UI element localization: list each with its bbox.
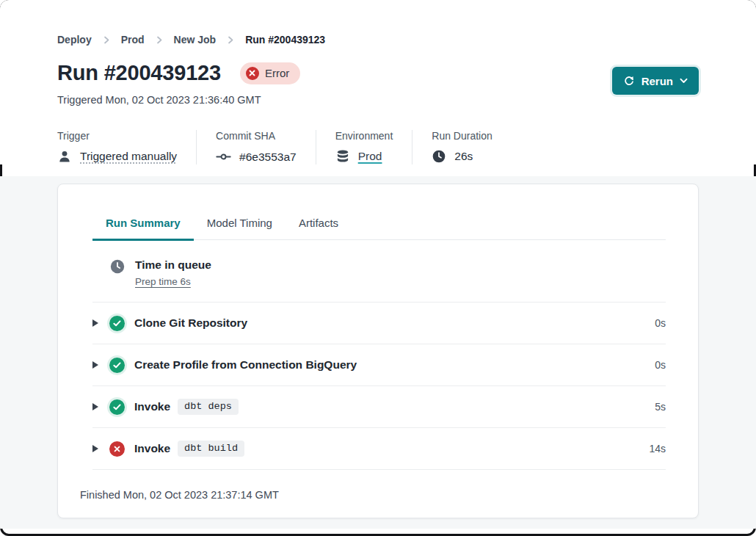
breadcrumb: Deploy Prod New Job Run #200439123: [57, 34, 699, 46]
prep-time-link[interactable]: Prep time 6s: [135, 276, 211, 287]
meta-commit-label: Commit SHA: [216, 130, 297, 142]
step-list: Time in queue Prep time 6s Clone Git Rep…: [92, 240, 666, 470]
time-in-queue-row: Time in queue Prep time 6s: [92, 240, 666, 303]
breadcrumb-prod[interactable]: Prod: [121, 34, 145, 46]
run-summary-card: Run Summary Model Timing Artifacts Time …: [57, 184, 699, 518]
person-icon: [57, 149, 72, 164]
breadcrumb-current-run: Run #200439123: [245, 34, 325, 46]
success-check-icon: [109, 399, 125, 415]
step-duration: 0s: [655, 359, 666, 371]
meta-trigger: Trigger Triggered manually: [57, 130, 197, 164]
status-badge-label: Error: [265, 67, 289, 79]
app-window: Deploy Prod New Job Run #200439123 Run #…: [0, 0, 756, 536]
clock-icon: [432, 149, 446, 164]
tab-model-timing[interactable]: Model Timing: [194, 217, 286, 241]
rerun-button[interactable]: Rerun: [612, 67, 699, 95]
meta-environment-label: Environment: [335, 130, 393, 142]
chevron-right-icon: [156, 36, 163, 44]
refresh-icon: [623, 75, 635, 87]
meta-trigger-label: Trigger: [57, 130, 177, 142]
success-check-icon: [109, 316, 125, 331]
error-x-icon: [109, 441, 125, 457]
meta-environment: Environment Prod: [335, 130, 413, 164]
run-meta-bar: Trigger Triggered manually Commit SHA #6…: [57, 130, 699, 164]
tab-run-summary[interactable]: Run Summary: [92, 217, 194, 241]
caret-right-icon[interactable]: [92, 361, 98, 369]
step-row-dbt-deps[interactable]: Invoke dbt deps 5s: [92, 386, 666, 428]
meta-commit-sha: Commit SHA #6e3553a7: [216, 130, 316, 164]
caret-right-icon[interactable]: [92, 403, 98, 410]
step-duration: 0s: [655, 317, 666, 329]
queue-title: Time in queue: [135, 258, 211, 272]
step-row-clone-git[interactable]: Clone Git Repository 0s: [92, 303, 666, 344]
clock-icon: [109, 258, 126, 275]
step-row-create-profile[interactable]: Create Profile from Connection BigQuery …: [92, 344, 666, 386]
step-row-dbt-build[interactable]: Invoke dbt build 14s: [92, 428, 666, 470]
breadcrumb-deploy[interactable]: Deploy: [57, 34, 92, 46]
trigger-value[interactable]: Triggered manually: [80, 150, 177, 163]
step-label: Create Profile from Connection BigQuery: [134, 358, 357, 372]
tab-artifacts[interactable]: Artifacts: [286, 217, 352, 241]
chevron-right-icon: [227, 36, 234, 44]
step-label: Invoke: [134, 400, 170, 413]
page-title: Run #200439123: [57, 61, 221, 85]
meta-duration-label: Run Duration: [432, 130, 493, 142]
step-label: Clone Git Repository: [134, 316, 247, 330]
commit-sha-value: #6e3553a7: [239, 151, 297, 164]
chevron-right-icon: [103, 36, 110, 44]
commit-icon: [216, 149, 231, 164]
meta-run-duration: Run Duration 26s: [432, 130, 512, 164]
duration-value: 26s: [454, 150, 473, 163]
success-check-icon: [109, 358, 125, 373]
command-chip: dbt deps: [178, 399, 239, 415]
environment-link[interactable]: Prod: [358, 150, 382, 163]
tab-bar: Run Summary Model Timing Artifacts: [92, 217, 666, 240]
step-duration: 14s: [649, 443, 666, 454]
rerun-button-label: Rerun: [641, 75, 673, 87]
error-x-icon: [246, 67, 259, 80]
breadcrumb-new-job[interactable]: New Job: [174, 34, 217, 46]
finished-timestamp: Finished Mon, 02 Oct 2023 21:37:14 GMT: [58, 470, 698, 518]
step-label: Invoke: [134, 442, 170, 455]
command-chip: dbt build: [178, 441, 244, 457]
triggered-timestamp: Triggered Mon, 02 Oct 2023 21:36:40 GMT: [57, 94, 699, 106]
caret-right-icon[interactable]: [92, 445, 98, 452]
database-icon: [335, 149, 350, 164]
status-badge: Error: [240, 62, 300, 84]
content-area: Run Summary Model Timing Artifacts Time …: [0, 176, 756, 529]
step-duration: 5s: [655, 401, 666, 413]
caret-right-icon[interactable]: [92, 319, 98, 327]
chevron-down-icon[interactable]: [680, 78, 688, 84]
